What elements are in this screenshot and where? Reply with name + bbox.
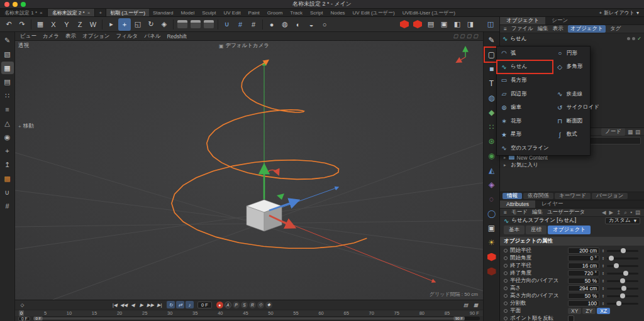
palette-button[interactable]: ◯ (486, 207, 498, 220)
chevron-right-icon[interactable]: ▸ (504, 163, 506, 168)
palette-button[interactable]: ◭ (486, 164, 498, 177)
toolbar-button[interactable]: ◐ (292, 18, 304, 31)
grid-view-icon[interactable]: ▦ (628, 129, 633, 135)
attribute-menu-icon[interactable]: ▶ (609, 209, 614, 216)
popup-menu-item[interactable]: ∗ 花形 (497, 114, 553, 128)
timeline-option-icon[interactable]: ▦ (472, 301, 480, 308)
toolbar-button[interactable]: ▤ (425, 18, 437, 31)
add-document-tab-button[interactable]: + (95, 9, 106, 16)
parameter-slider[interactable] (607, 258, 638, 259)
keyframe-dot-icon[interactable] (504, 317, 508, 320)
frame-tick[interactable]: 10 (67, 310, 72, 316)
transport-button[interactable]: ▶ (138, 301, 146, 308)
tool-rail-button[interactable]: ▦ (1, 62, 14, 74)
toolbar-button[interactable]: ◍ (279, 18, 291, 31)
palette-button[interactable]: ▣ (486, 222, 498, 234)
parameter-slider[interactable] (607, 295, 638, 297)
attribute-menu-icon[interactable]: ◀ (602, 209, 606, 216)
frame-tick[interactable]: 55 (293, 310, 298, 316)
toolbar-button[interactable] (189, 18, 202, 31)
info-tab[interactable]: 依存関係 (523, 193, 553, 199)
spinner-icon[interactable]: ▲▼ (602, 271, 604, 275)
viewport-menu-filter[interactable]: フィルタ (116, 33, 138, 40)
layout-tab[interactable]: UV Edit (219, 9, 244, 16)
popup-menu-item[interactable]: ↺ サイクロイド (553, 101, 603, 114)
viewport-menu-display[interactable]: 表示 (65, 33, 76, 40)
popup-menu-item[interactable]: ⊛ 歯車 (497, 101, 553, 114)
parameter-slider[interactable] (607, 250, 638, 252)
enable-check-icon[interactable]: ✓ (637, 36, 641, 41)
toolbar-button[interactable]: ◈ (158, 18, 170, 31)
popup-menu-item[interactable]: ∿ 空のスプライン (497, 141, 553, 155)
playback-toggle[interactable]: ↻ (167, 301, 175, 308)
zoom-window-button[interactable] (21, 2, 26, 7)
toolbar-button[interactable]: ◨ (464, 18, 477, 31)
parameter-slider[interactable] (607, 273, 638, 275)
view-split-icon[interactable]: ▢ (473, 33, 478, 39)
visibility-render-dot[interactable] (632, 37, 635, 40)
frame-tick[interactable]: 15 (92, 310, 97, 316)
popup-menu-item[interactable] (553, 73, 603, 87)
toolbar-button[interactable] (203, 18, 215, 31)
keyframe-dot-icon[interactable] (504, 309, 508, 313)
slider-knob[interactable] (616, 301, 621, 306)
toolbar-button[interactable] (398, 18, 411, 31)
frame-ruler[interactable]: 051015202530354045505560657075808590 F (15, 310, 483, 317)
frame-tick[interactable]: 50 (268, 310, 273, 316)
transport-button[interactable]: ◀◀ (119, 301, 128, 308)
spinner-icon[interactable]: ▲▼ (602, 286, 604, 290)
visibility-editor-dot[interactable] (627, 37, 630, 40)
minimize-window-button[interactable] (13, 2, 18, 7)
auto-key-region-icon[interactable]: ◇ (18, 301, 26, 308)
popup-menu-item[interactable] (553, 141, 603, 155)
toolbar-button[interactable]: ▦ (34, 18, 47, 31)
tool-rail-button[interactable]: ≡ (1, 103, 14, 116)
toolbar-button[interactable] (411, 18, 424, 31)
layout-tab[interactable]: Track (286, 9, 306, 16)
toolbar-button[interactable]: ◒ (305, 18, 318, 31)
frame-tick[interactable]: 0 (19, 310, 24, 316)
tool-rail-button[interactable]: # (1, 200, 14, 212)
parameter-value-field[interactable]: 16 cm (568, 263, 599, 269)
range-current-field[interactable]: 0 F (18, 317, 30, 321)
plane-option-button[interactable]: ZY (582, 308, 596, 314)
close-tab-icon[interactable]: × (40, 10, 43, 16)
section-tab[interactable]: 座標 (526, 226, 547, 234)
frame-tick[interactable]: 80 (419, 310, 425, 316)
record-toggle[interactable]: A (225, 302, 231, 308)
toolbar-button[interactable]: ◫ (484, 18, 497, 31)
toolbar-button[interactable] (331, 18, 397, 31)
popup-menu-item[interactable]: ∿ 疾走線 (553, 87, 603, 101)
close-tab-icon[interactable]: × (87, 10, 91, 16)
popup-menu-item[interactable]: ∫ 数式 (553, 128, 603, 142)
info-tab[interactable]: キーワード (555, 193, 591, 199)
range-track[interactable]: 0 F 90 F (33, 317, 480, 320)
toolbar-button[interactable]: ↷ (16, 18, 28, 31)
record-toggle[interactable]: S (241, 302, 248, 308)
toolbar-button[interactable]: + (118, 18, 131, 31)
frame-tick[interactable]: 20 (117, 310, 122, 316)
plane-handle[interactable] (277, 193, 284, 200)
toolbar-button[interactable]: ↶ (3, 18, 15, 31)
toolbar-button[interactable] (262, 19, 263, 30)
plane-option-button[interactable]: XY (568, 308, 581, 314)
timeline-option-icon[interactable]: ▤ (462, 301, 470, 308)
toolbar-button[interactable] (176, 18, 189, 31)
parameter-value-field[interactable]: 200 cm (568, 248, 599, 254)
toolbar-button[interactable]: ∪ (221, 18, 233, 31)
tool-rail-button[interactable]: ▤ (1, 75, 14, 88)
menu-tag[interactable]: タグ (610, 25, 621, 33)
tool-rail-button[interactable]: △ (1, 117, 14, 129)
panel-tab[interactable]: オブジェクト (500, 17, 545, 24)
plane-option-button[interactable]: XZ (597, 308, 610, 314)
transport-button[interactable]: ▶| (155, 301, 164, 308)
frame-tick[interactable]: 75 (394, 310, 399, 316)
palette-button[interactable]: ◌ (486, 193, 498, 205)
layout-tab[interactable]: UV Edit (ユーザー) (349, 9, 399, 16)
popup-menu-item[interactable]: ∿ らせん (497, 60, 553, 74)
spinner-icon[interactable]: ▲▼ (602, 294, 604, 298)
viewport-menu-camera[interactable]: カメラ (43, 33, 59, 40)
view-split-icon[interactable]: ▢ (467, 33, 472, 39)
section-tab[interactable]: 基本 (504, 226, 525, 234)
toolbar-button[interactable]: # (234, 18, 247, 31)
